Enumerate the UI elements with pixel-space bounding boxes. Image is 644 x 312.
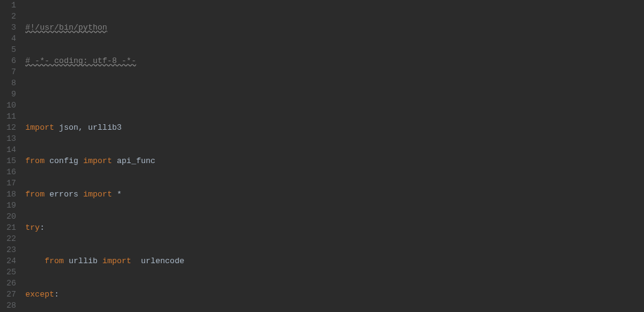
line-number: 23 (5, 245, 16, 256)
kw-import: import (83, 156, 112, 167)
line-number: 26 (5, 278, 16, 289)
colon: : (40, 222, 44, 234)
kw-import: import (25, 122, 54, 133)
code-line[interactable] (25, 89, 309, 100)
shebang-comment: #!/usr/bin/python (25, 22, 107, 33)
line-number: 24 (5, 256, 16, 267)
code-area[interactable]: #!/usr/bin/python # -*- coding: utf-8 -*… (22, 0, 309, 312)
line-number: 4 (5, 33, 16, 44)
code-line[interactable]: from urllib import urlencode (25, 256, 309, 267)
kw-import: import (102, 256, 132, 267)
code-line[interactable]: except: (25, 289, 309, 300)
line-number: 28 (5, 300, 16, 311)
kw-from: from (25, 156, 44, 167)
line-number: 27 (5, 289, 16, 300)
line-number: 3 (5, 22, 16, 33)
module: errors (44, 189, 83, 200)
line-number: 25 (5, 267, 16, 278)
line-number: 10 (5, 100, 16, 111)
line-number: 20 (5, 211, 16, 222)
colon: : (54, 289, 59, 300)
kw-from: from (25, 189, 44, 200)
line-number: 21 (5, 222, 16, 234)
module: urllib (64, 256, 102, 267)
kw-from: from (44, 256, 64, 267)
imported-name: api_func (112, 156, 155, 167)
star-import: * (112, 189, 122, 200)
coding-comment: # -*- coding: utf-8 -*- (25, 56, 136, 67)
module-names: json, urllib3 (54, 122, 122, 133)
line-number: 5 (5, 44, 16, 56)
kw-try: try (25, 222, 40, 234)
line-number-gutter: 1 2 3 4 5 6 7 8 9 10 11 12 13 14 15 16 1… (0, 0, 22, 312)
line-number: 11 (5, 111, 16, 122)
imported-name: urlencode (132, 256, 185, 267)
line-number: 9 (5, 89, 16, 100)
line-number: 17 (5, 178, 16, 189)
line-number: 13 (5, 133, 16, 145)
kw-except: except (25, 289, 54, 300)
line-number: 15 (5, 156, 16, 167)
line-number: 6 (5, 56, 16, 67)
line-number: 1 (5, 0, 16, 11)
code-line[interactable]: #!/usr/bin/python (25, 22, 309, 33)
line-number: 16 (5, 167, 16, 178)
line-number: 14 (5, 145, 16, 156)
line-number: 8 (5, 78, 16, 89)
indent (25, 256, 44, 267)
code-line[interactable]: try: (25, 222, 309, 234)
code-line[interactable]: from config import api_func (25, 156, 309, 167)
line-number: 19 (5, 200, 16, 211)
code-editor[interactable]: 1 2 3 4 5 6 7 8 9 10 11 12 13 14 15 16 1… (0, 0, 644, 312)
module: config (44, 156, 83, 167)
code-line[interactable]: from errors import * (25, 189, 309, 200)
line-number: 7 (5, 67, 16, 78)
code-line[interactable]: # -*- coding: utf-8 -*- (25, 56, 309, 67)
line-number: 22 (5, 234, 16, 245)
line-number: 2 (5, 11, 16, 22)
line-number: 18 (5, 189, 16, 200)
kw-import: import (83, 189, 112, 200)
code-line[interactable]: import json, urllib3 (25, 122, 309, 133)
line-number: 12 (5, 122, 16, 133)
